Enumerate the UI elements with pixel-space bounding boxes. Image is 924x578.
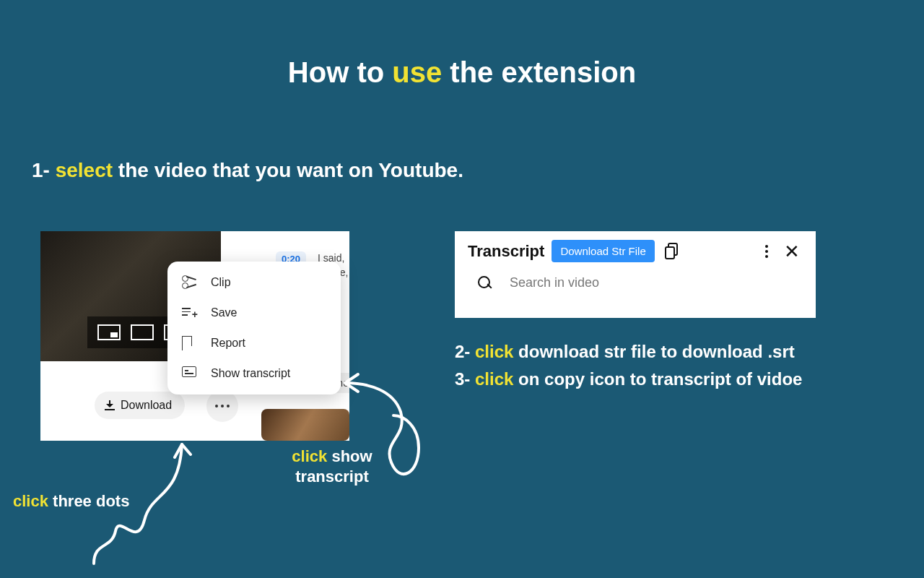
three-dots-button[interactable] (206, 390, 238, 422)
transcript-icon (182, 366, 198, 381)
copy-icon[interactable] (665, 243, 681, 260)
title-highlight: use (392, 56, 442, 88)
annotation-three-dots: click three dots (13, 491, 129, 512)
next-video-thumbnail[interactable] (261, 409, 349, 441)
download-str-button[interactable]: Download Str File (552, 240, 654, 262)
menu-item-report[interactable]: Report (167, 328, 341, 358)
miniplayer-icon[interactable] (97, 324, 121, 340)
step1-highlight: select (56, 159, 113, 181)
playlist-add-icon: + (182, 306, 198, 320)
menu-report-label: Report (211, 337, 245, 350)
menu-item-clip[interactable]: Clip (167, 267, 341, 298)
menu-item-save[interactable]: + Save (167, 298, 341, 328)
step-2-text: 2- click download str file to download .… (455, 338, 802, 366)
scissors-icon (182, 275, 198, 290)
step-1-text: 1- select the video that you want on You… (32, 159, 463, 182)
kebab-menu-icon[interactable] (759, 245, 774, 258)
menu-clip-label: Clip (211, 276, 231, 289)
step1-prefix: 1- (32, 159, 56, 181)
menu-save-label: Save (211, 306, 237, 319)
title-pre: How to (288, 56, 392, 88)
annotation-show-transcript: click show transcript (267, 447, 397, 486)
menu-item-show-transcript[interactable]: Show transcript (167, 358, 341, 389)
more-actions-menu: Clip + Save Report Show transcript (167, 262, 341, 394)
download-icon (105, 400, 115, 410)
transcript-title: Transcript (468, 242, 544, 261)
close-icon[interactable]: ✕ (781, 242, 803, 261)
download-button[interactable]: Download (95, 392, 185, 419)
menu-transcript-label: Show transcript (211, 367, 290, 380)
steps-2-3: 2- click download str file to download .… (455, 338, 802, 394)
download-label: Download (121, 399, 172, 412)
search-icon (478, 276, 492, 290)
page-title: How to use the extension (0, 56, 924, 89)
flag-icon (182, 336, 198, 350)
step-3-text: 3- click on copy icon to transcript of v… (455, 366, 802, 393)
title-post: the extension (442, 56, 636, 88)
step1-rest: the video that you want on Youtube. (113, 159, 463, 181)
search-input[interactable]: Search in video (510, 275, 599, 290)
transcript-panel: Transcript Download Str File ✕ Search in… (455, 231, 816, 318)
theater-icon[interactable] (131, 324, 154, 340)
